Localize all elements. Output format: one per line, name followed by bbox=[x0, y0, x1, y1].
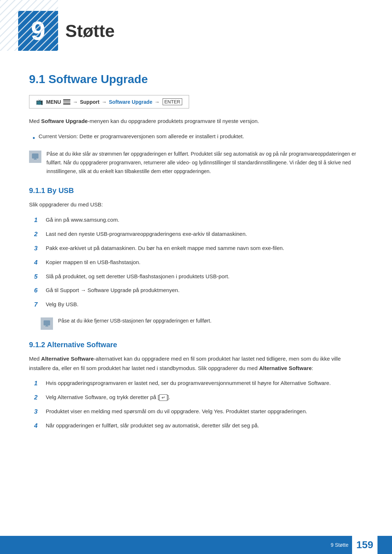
note-icon-1 bbox=[29, 151, 41, 163]
menu-bars-icon bbox=[63, 99, 70, 105]
alt-step-text-3: Produktet viser en melding med spørsmål … bbox=[46, 407, 307, 416]
usb-step-4: 4 Kopier mappen til en USB-flashstasjon. bbox=[34, 258, 363, 268]
alt-step-num-4: 4 bbox=[34, 421, 41, 431]
step-text-5: Slå på produktet, og sett deretter USB-f… bbox=[46, 272, 229, 281]
section-9-1-heading: 9.1 Software Upgrade bbox=[29, 73, 363, 86]
step-text-2: Last ned den nyeste USB-programvareoppgr… bbox=[46, 229, 247, 239]
alt-step-1: 1 Hvis oppgraderingsprogramvaren er last… bbox=[34, 378, 363, 389]
svg-rect-7 bbox=[46, 325, 48, 326]
usb-step-2: 2 Last ned den nyeste USB-programvareopp… bbox=[34, 229, 363, 240]
alt-step-num-1: 1 bbox=[34, 378, 41, 389]
note-text-2: Påse at du ikke fjerner USB-stasjonen fø… bbox=[58, 317, 212, 325]
bullet-list: • Current Version: Dette er programvarev… bbox=[29, 132, 363, 144]
svg-rect-1 bbox=[0, 0, 58, 51]
chapter-title: Støtte bbox=[65, 21, 115, 41]
bullet-dot: • bbox=[33, 132, 35, 144]
step-num-4: 4 bbox=[34, 258, 41, 268]
alt-step-3: 3 Produktet viser en melding med spørsmå… bbox=[34, 407, 363, 417]
step-text-1: Gå inn på www.samsung.com. bbox=[46, 215, 119, 225]
section-9-1-1-heading: 9.1.1 By USB bbox=[29, 186, 363, 195]
main-content: 9.1 Software Upgrade 📺 MENU → Support → … bbox=[0, 62, 392, 466]
alt-step-num-2: 2 bbox=[34, 393, 41, 403]
step-text-7: Velg By USB. bbox=[46, 300, 78, 309]
usb-steps-list: 1 Gå inn på www.samsung.com. 2 Last ned … bbox=[29, 215, 363, 310]
tv-icon: 📺 bbox=[36, 98, 43, 105]
alt-step-2: 2 Velg Alternative Software, og trykk de… bbox=[34, 393, 363, 403]
step-num-5: 5 bbox=[34, 272, 41, 282]
nav-software-upgrade: Software Upgrade bbox=[109, 99, 152, 105]
nav-arrow1: → bbox=[73, 99, 78, 105]
bullet-item-current-version: • Current Version: Dette er programvarev… bbox=[33, 132, 363, 144]
step-text-6: Gå til Support → Software Upgrade på pro… bbox=[46, 286, 180, 295]
step-num-2: 2 bbox=[34, 229, 41, 240]
nav-arrow3: → bbox=[155, 99, 160, 105]
svg-rect-5 bbox=[44, 320, 50, 325]
footer-page-number: 159 bbox=[352, 536, 377, 554]
svg-rect-2 bbox=[32, 153, 38, 159]
nav-path-bar: 📺 MENU → Support → Software Upgrade → EN… bbox=[29, 95, 189, 108]
usb-step-1: 1 Gå inn på www.samsung.com. bbox=[34, 215, 363, 226]
note-box-1: Påse at du ikke slår av strømmen før opp… bbox=[29, 150, 363, 176]
enter-icon: ENTER bbox=[163, 98, 182, 105]
alt-step-text-4: Når oppgraderingen er fullført, slår pro… bbox=[46, 421, 259, 430]
step-num-7: 7 bbox=[34, 300, 41, 310]
alt-step-4: 4 Når oppgraderingen er fullført, slår p… bbox=[34, 421, 363, 431]
note-text-1: Påse at du ikke slår av strømmen før opp… bbox=[46, 150, 363, 176]
alt-step-num-3: 3 bbox=[34, 407, 41, 417]
section-9-1-1-intro: Slik oppgraderer du med USB: bbox=[29, 200, 363, 209]
usb-step-3: 3 Pakk exe-arkivet ut på datamaskinen. D… bbox=[34, 243, 363, 254]
chapter-header: 9 Støtte bbox=[0, 0, 392, 58]
note-box-2: Påse at du ikke fjerner USB-stasjonen fø… bbox=[41, 317, 363, 330]
usb-step-5: 5 Slå på produktet, og sett deretter USB… bbox=[34, 272, 363, 282]
section-9-1-2-heading: 9.1.2 Alternative Software bbox=[29, 341, 363, 349]
svg-rect-4 bbox=[34, 158, 36, 159]
menu-label: MENU bbox=[46, 99, 61, 105]
step-num-1: 1 bbox=[34, 215, 41, 226]
step-text-3: Pakk exe-arkivet ut på datamaskinen. Du … bbox=[46, 243, 284, 253]
usb-step-7: 7 Velg By USB. bbox=[34, 300, 363, 310]
usb-step-6: 6 Gå til Support → Software Upgrade på p… bbox=[34, 286, 363, 296]
step-text-4: Kopier mappen til en USB-flashstasjon. bbox=[46, 258, 140, 267]
diagonal-bg bbox=[0, 0, 58, 51]
step-num-3: 3 bbox=[34, 243, 41, 254]
nav-support: Support bbox=[80, 99, 99, 105]
step-num-6: 6 bbox=[34, 286, 41, 296]
bullet-text: Current Version: Dette er programvarever… bbox=[38, 132, 244, 141]
section-9-1-intro: Med Software Upgrade-menyen kan du oppgr… bbox=[29, 116, 363, 126]
note-icon-2 bbox=[41, 317, 53, 330]
nav-arrow2: → bbox=[102, 99, 107, 105]
footer-section-label: 9 Støtte bbox=[331, 542, 348, 548]
alt-step-text-2: Velg Alternative Software, og trykk dere… bbox=[46, 393, 170, 402]
page-footer: 9 Støtte 159 bbox=[0, 536, 392, 554]
alt-step-text-1: Hvis oppgraderingsprogramvaren er lastet… bbox=[46, 378, 331, 388]
alt-software-steps-list: 1 Hvis oppgraderingsprogramvaren er last… bbox=[29, 378, 363, 431]
section-9-1-2-intro: Med Alternative Software-alternativet ka… bbox=[29, 354, 363, 373]
